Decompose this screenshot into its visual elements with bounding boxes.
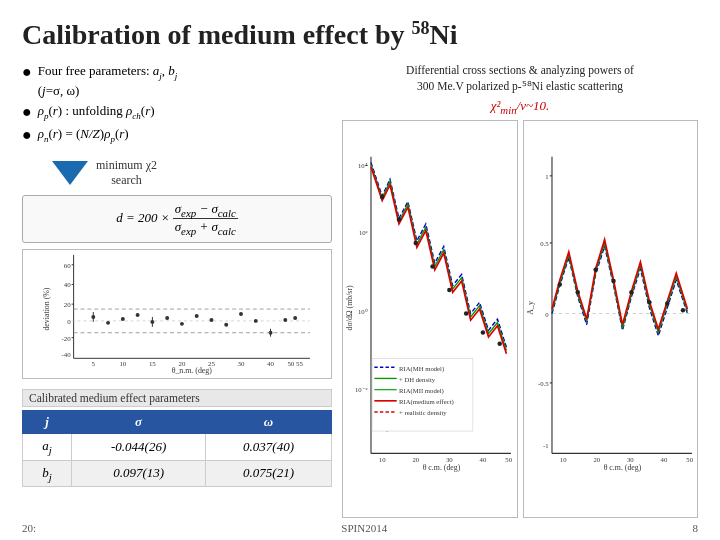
svg-text:50: 50 — [505, 456, 512, 463]
svg-point-25 — [121, 317, 125, 321]
table-cell-bj: bj — [23, 460, 72, 487]
svg-point-59 — [430, 264, 434, 268]
chi2-label: χ²min/ν~10. — [342, 98, 698, 116]
svg-point-98 — [611, 279, 615, 283]
svg-point-95 — [557, 282, 561, 286]
bullet-dot-3: ● — [22, 125, 32, 144]
svg-text:60: 60 — [64, 262, 71, 269]
arrow-down-icon — [52, 161, 88, 185]
title-element: Ni — [430, 19, 458, 50]
svg-text:10: 10 — [379, 456, 386, 463]
svg-text:1: 1 — [545, 173, 548, 180]
svg-text:-0.5: -0.5 — [538, 380, 549, 387]
svg-point-100 — [647, 300, 651, 304]
svg-text:5: 5 — [92, 360, 96, 367]
svg-text:θ c.m. (deg): θ c.m. (deg) — [603, 463, 641, 472]
bullet-text-3: ρn(r) = (N/Z)ρp(r) — [38, 125, 129, 145]
svg-text:dσ/dΩ (mb/sr): dσ/dΩ (mb/sr) — [345, 285, 354, 330]
svg-text:0: 0 — [545, 311, 549, 318]
svg-text:40: 40 — [480, 456, 487, 463]
svg-point-58 — [414, 240, 418, 244]
bullet-item-3: ● ρn(r) = (N/Z)ρp(r) — [22, 125, 332, 145]
svg-text:0.5: 0.5 — [540, 240, 549, 247]
table-cell-aj: aj — [23, 434, 72, 461]
bullet-item-2: ● ρp(r) : unfolding ρch(r) — [22, 102, 332, 122]
title-superscript: 58 — [412, 18, 430, 38]
table-row: bj 0.097(13) 0.075(21) — [23, 460, 332, 487]
svg-text:10: 10 — [559, 456, 566, 463]
deviation-plot: deviation (%) θ_n.m. (deg) 60 40 20 0 -2… — [22, 249, 332, 379]
svg-text:10: 10 — [119, 360, 126, 367]
right-column: Differential cross sections & analyzing … — [342, 62, 698, 522]
svg-text:20: 20 — [64, 301, 71, 308]
svg-text:30: 30 — [446, 456, 453, 463]
slide-number-left: 20: — [22, 522, 36, 534]
table-caption: Calibrated medium effect parameters — [22, 389, 332, 407]
svg-text:40: 40 — [64, 281, 71, 288]
table-row: aj -0.044(26) 0.037(40) — [23, 434, 332, 461]
cross-section-plot: dσ/dΩ (mb/sr) θ c.m. (deg) 10 20 30 40 5… — [342, 120, 518, 518]
svg-text:+ realistic density: + realistic density — [399, 409, 447, 416]
min-chi2-label: minimum χ2 search — [96, 158, 157, 189]
main-layout: ● Four free parameters: aj, bj(j=σ, ω) ●… — [22, 62, 698, 522]
svg-text:30: 30 — [238, 360, 245, 367]
svg-text:θ_n.m. (deg): θ_n.m. (deg) — [172, 366, 213, 375]
svg-point-37 — [293, 316, 297, 320]
svg-text:20: 20 — [178, 360, 185, 367]
bottom-bar: 20: SPIN2014 8 — [22, 522, 698, 534]
svg-point-97 — [593, 267, 597, 271]
svg-point-63 — [497, 341, 501, 345]
table-header-omega: ω — [206, 411, 332, 434]
svg-point-61 — [464, 311, 468, 315]
bullet-text-1: Four free parameters: aj, bj(j=σ, ω) — [38, 62, 178, 99]
svg-text:RIA(MH model): RIA(MH model) — [399, 364, 444, 372]
svg-text:50 55: 50 55 — [287, 360, 303, 367]
page: Calibration of medium effect by 58Ni ● F… — [0, 0, 720, 540]
svg-text:0: 0 — [67, 318, 71, 325]
title-text: Calibration of medium effect by — [22, 19, 412, 50]
svg-point-101 — [665, 301, 669, 305]
svg-text:-1: -1 — [543, 442, 549, 449]
svg-text:50: 50 — [686, 456, 693, 463]
page-number: 8 — [693, 522, 699, 534]
svg-text:30: 30 — [626, 456, 633, 463]
formula-text: d = 200 × σexp − σcalc σexp + σcalc — [116, 210, 238, 225]
svg-point-56 — [380, 195, 384, 199]
svg-point-57 — [397, 217, 401, 221]
svg-point-28 — [165, 316, 169, 320]
svg-text:10²: 10² — [359, 229, 368, 236]
arrow-row: minimum χ2 search — [52, 158, 332, 189]
table-cell-bj-sigma: 0.097(13) — [72, 460, 206, 487]
svg-text:20: 20 — [412, 456, 419, 463]
svg-point-30 — [195, 314, 199, 318]
svg-text:20: 20 — [593, 456, 600, 463]
bullet-dot-1: ● — [22, 62, 32, 81]
bullet-list: ● Four free parameters: aj, bj(j=σ, ω) ●… — [22, 62, 332, 148]
svg-point-32 — [224, 323, 228, 327]
svg-point-60 — [447, 287, 451, 291]
table-cell-bj-omega: 0.075(21) — [206, 460, 332, 487]
table-section: Calibrated medium effect parameters j σ … — [22, 389, 332, 487]
table-cell-aj-sigma: -0.044(26) — [72, 434, 206, 461]
svg-text:10⁴: 10⁴ — [358, 162, 368, 169]
bullet-dot-2: ● — [22, 102, 32, 121]
page-title: Calibration of medium effect by 58Ni — [22, 18, 698, 52]
bullet-item-1: ● Four free parameters: aj, bj(j=σ, ω) — [22, 62, 332, 99]
svg-text:10⁰: 10⁰ — [358, 307, 368, 314]
svg-point-33 — [239, 312, 243, 316]
svg-text:25: 25 — [208, 360, 215, 367]
svg-text:RIA(medium effect): RIA(medium effect) — [399, 398, 454, 406]
svg-point-34 — [254, 319, 258, 323]
svg-point-29 — [180, 322, 184, 326]
formula-box: d = 200 × σexp − σcalc σexp + σcalc — [22, 195, 332, 243]
table-header-sigma: σ — [72, 411, 206, 434]
svg-point-96 — [575, 290, 579, 294]
plots-row: dσ/dΩ (mb/sr) θ c.m. (deg) 10 20 30 40 5… — [342, 120, 698, 518]
params-table: j σ ω aj -0.044(26) 0.037(40) bj — [22, 410, 332, 487]
svg-text:40: 40 — [267, 360, 274, 367]
svg-text:10⁻²: 10⁻² — [355, 386, 368, 393]
svg-point-24 — [106, 321, 110, 325]
left-column: ● Four free parameters: aj, bj(j=σ, ω) ●… — [22, 62, 332, 522]
svg-text:-20: -20 — [61, 335, 71, 342]
svg-text:deviation (%): deviation (%) — [42, 287, 51, 330]
